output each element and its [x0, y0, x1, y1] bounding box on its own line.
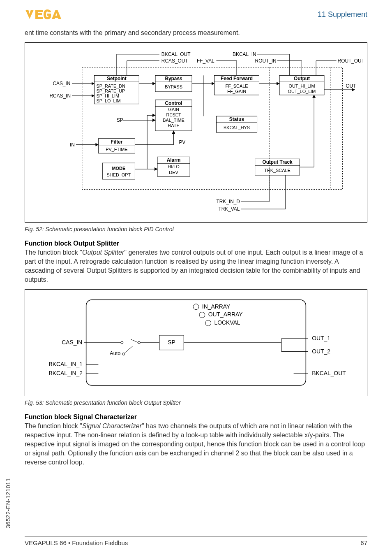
- splitter-heading: Function block Output Splitter: [25, 240, 367, 247]
- svg-text:Auto: Auto: [110, 350, 120, 356]
- svg-text:OUT_LO_LIM: OUT_LO_LIM: [288, 89, 316, 94]
- footer-left: VEGAPULS 66 • Foundation Fieldbus: [25, 539, 128, 546]
- svg-text:SHED_OPT: SHED_OPT: [107, 172, 131, 177]
- svg-text:ROUT_IN: ROUT_IN: [255, 58, 277, 64]
- svg-text:SP_RATE_UP: SP_RATE_UP: [96, 88, 125, 93]
- svg-text:BKCAL_IN: BKCAL_IN: [233, 51, 256, 57]
- svg-text:SP_HI_LIM: SP_HI_LIM: [96, 93, 119, 98]
- svg-text:CAS_IN: CAS_IN: [62, 339, 82, 346]
- svg-text:OUT_HI_LIM: OUT_HI_LIM: [288, 84, 315, 88]
- svg-text:SP: SP: [168, 339, 175, 346]
- figure-pid-control: Setpoint SP_RATE_DN SP_RATE_UP SP_HI_LIM…: [25, 42, 367, 223]
- side-doc-code: 36522-EN-121011: [5, 478, 12, 528]
- fig52-caption: Fig. 52: Schematic presentation function…: [25, 226, 367, 232]
- svg-text:RESET: RESET: [166, 112, 181, 117]
- svg-text:SP_LO_LIM: SP_LO_LIM: [96, 98, 120, 103]
- signalchar-text-pre: The function block ": [25, 422, 82, 429]
- svg-point-107: [121, 341, 123, 344]
- fig53-caption: Fig. 53: Schematic presentation function…: [25, 399, 367, 406]
- svg-text:Output: Output: [294, 76, 310, 81]
- svg-point-101: [199, 312, 205, 318]
- svg-text:Feed Forward: Feed Forward: [221, 76, 253, 81]
- svg-text:MODE: MODE: [112, 166, 126, 171]
- svg-text:IN_ARRAY: IN_ARRAY: [202, 303, 230, 310]
- footer-rule: [25, 536, 367, 537]
- footer-row: VEGAPULS 66 • Foundation Fieldbus 67: [25, 539, 367, 546]
- svg-line-108: [131, 339, 138, 343]
- intro-text: ent time constants with the primary and …: [25, 28, 367, 37]
- splitter-diagram: IN_ARRAY OUT_ARRAY LOCKVAL CAS_IN Auto S…: [29, 294, 363, 392]
- vega-logo-svg: [25, 7, 70, 21]
- svg-point-112: [122, 353, 125, 355]
- svg-text:PV: PV: [179, 139, 185, 145]
- splitter-text-pre: The function block ": [25, 249, 82, 256]
- svg-text:DEV: DEV: [169, 170, 178, 175]
- svg-text:BKCAL_OUT: BKCAL_OUT: [312, 370, 346, 376]
- svg-text:BAL_TIME: BAL_TIME: [163, 118, 184, 123]
- svg-text:LOCKVAL: LOCKVAL: [214, 320, 240, 326]
- svg-text:OUT_ARRAY: OUT_ARRAY: [208, 311, 243, 318]
- svg-text:FF_GAIN: FF_GAIN: [227, 89, 246, 94]
- splitter-text-em: Output Splitter: [82, 249, 124, 256]
- svg-text:Alarm: Alarm: [167, 157, 181, 163]
- svg-text:HI/LO: HI/LO: [168, 164, 179, 169]
- svg-text:SP_RATE_DN: SP_RATE_DN: [96, 84, 125, 88]
- svg-text:RCAS_OUT: RCAS_OUT: [161, 58, 188, 64]
- svg-text:FF_SCALE: FF_SCALE: [226, 84, 248, 88]
- svg-text:BKCAL_HYS: BKCAL_HYS: [224, 125, 250, 130]
- svg-text:Setpoint: Setpoint: [107, 76, 127, 81]
- signalchar-heading: Function block Signal Characterizer: [25, 413, 367, 421]
- svg-text:Status: Status: [229, 116, 244, 122]
- svg-point-99: [193, 304, 199, 310]
- splitter-text: The function block "Output Splitter" gen…: [25, 248, 367, 284]
- svg-text:Bypass: Bypass: [165, 76, 182, 81]
- svg-text:BKCAL_IN_2: BKCAL_IN_2: [49, 370, 83, 376]
- svg-text:CAS_IN: CAS_IN: [53, 81, 70, 86]
- pid-diagram: Setpoint SP_RATE_DN SP_RATE_UP SP_HI_LIM…: [29, 47, 363, 218]
- vega-logo: [25, 7, 70, 21]
- svg-text:TRK_IN_D: TRK_IN_D: [217, 199, 240, 204]
- svg-text:BYPASS: BYPASS: [165, 84, 182, 89]
- page-content: ent time constants with the primary and …: [0, 24, 392, 467]
- svg-line-111: [125, 346, 133, 353]
- svg-text:IN: IN: [70, 142, 75, 148]
- svg-text:PV_FTIME: PV_FTIME: [106, 147, 127, 152]
- svg-text:OUT: OUT: [346, 83, 356, 89]
- svg-text:FF_VAL: FF_VAL: [197, 58, 214, 64]
- page-header: 11 Supplement: [0, 0, 392, 24]
- svg-text:GAIN: GAIN: [168, 107, 179, 112]
- svg-text:BKCAL_IN_1: BKCAL_IN_1: [49, 361, 83, 368]
- footer-page-number: 67: [360, 539, 367, 546]
- svg-point-103: [205, 320, 211, 326]
- svg-text:RCAS_IN: RCAS_IN: [50, 93, 71, 99]
- svg-text:TRK_VAL: TRK_VAL: [218, 206, 240, 212]
- svg-text:RATE: RATE: [168, 123, 179, 128]
- svg-text:OUT_1: OUT_1: [312, 335, 330, 341]
- signalchar-text-em: Signal Characterizer: [82, 422, 142, 429]
- svg-text:Output Track: Output Track: [262, 159, 293, 165]
- svg-text:Filter: Filter: [111, 139, 122, 145]
- page-footer: VEGAPULS 66 • Foundation Fieldbus 67: [25, 536, 367, 546]
- svg-text:Control: Control: [165, 100, 182, 106]
- svg-text:TRK_SCALE: TRK_SCALE: [264, 168, 290, 173]
- figure-output-splitter: IN_ARRAY OUT_ARRAY LOCKVAL CAS_IN Auto S…: [25, 289, 367, 396]
- signalchar-text: The function block "Signal Characterizer…: [25, 422, 367, 467]
- svg-text:ROUT_OUT: ROUT_OUT: [338, 58, 363, 64]
- section-title: 11 Supplement: [318, 10, 367, 19]
- svg-text:OUT_2: OUT_2: [312, 348, 330, 355]
- svg-text:BKCAL_OUT: BKCAL_OUT: [161, 51, 191, 57]
- svg-text:SP: SP: [117, 117, 123, 123]
